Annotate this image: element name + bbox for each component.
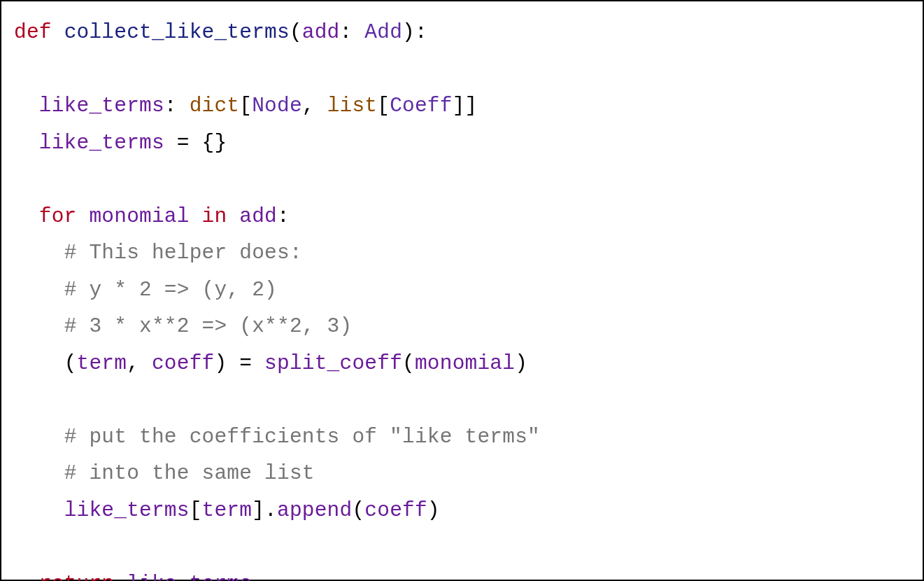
iter-var: monomial [89, 204, 189, 228]
line-7: # This helper does: [14, 241, 302, 265]
type-dict: dict [190, 94, 240, 118]
var-coeff: coeff [152, 351, 215, 375]
comment: # 3 * x**2 => (x**2, 3) [64, 314, 353, 338]
iter-seq: add [239, 204, 277, 228]
line-13: # into the same list [14, 461, 315, 485]
fn-split-coeff: split_coeff [264, 351, 402, 375]
comment: # This helper does: [64, 241, 302, 265]
var-term: term [77, 351, 127, 375]
paren-close: ): [402, 20, 427, 44]
keyword-def: def [14, 20, 52, 44]
key-term: term [202, 498, 253, 522]
colon: : [340, 20, 365, 44]
line-8: # y * 2 => (y, 2) [14, 278, 277, 302]
var-like-terms: like_terms [64, 498, 190, 522]
line-14: like_terms[term].append(coeff) [14, 498, 440, 522]
var-like-terms: like_terms [39, 94, 164, 118]
type-list: list [327, 94, 378, 118]
line-3: like_terms: dict[Node, list[Coeff]] [14, 94, 477, 118]
paren-open: ( [290, 20, 302, 44]
line-12: # put the coefficients of "like terms" [14, 425, 540, 449]
comment: # put the coefficients of "like terms" [64, 425, 540, 449]
code-block: def collect_like_terms(add: Add): like_t… [0, 0, 924, 581]
method-append: append [277, 498, 352, 522]
arg-monomial: monomial [415, 351, 515, 375]
type-add: Add [364, 20, 402, 44]
type-node: Node [252, 94, 302, 118]
function-name: collect_like_terms [64, 20, 290, 44]
type-coeff: Coeff [390, 94, 453, 118]
comment: # into the same list [64, 461, 315, 485]
param-name: add [302, 20, 340, 44]
line-9: # 3 * x**2 => (x**2, 3) [14, 314, 352, 338]
keyword-return: return [39, 572, 114, 582]
return-val: like_terms [127, 572, 252, 582]
arg-coeff: coeff [364, 498, 427, 522]
line-16: return like_terms [14, 572, 252, 582]
line-1: def collect_like_terms(add: Add): [14, 20, 427, 44]
line-4: like_terms = {} [14, 131, 227, 155]
keyword-for: for [39, 204, 77, 228]
line-6: for monomial in add: [14, 204, 290, 228]
keyword-in: in [202, 204, 227, 228]
line-10: (term, coeff) = split_coeff(monomial) [14, 351, 527, 375]
comment: # y * 2 => (y, 2) [64, 278, 277, 302]
var-like-terms: like_terms [39, 131, 164, 155]
